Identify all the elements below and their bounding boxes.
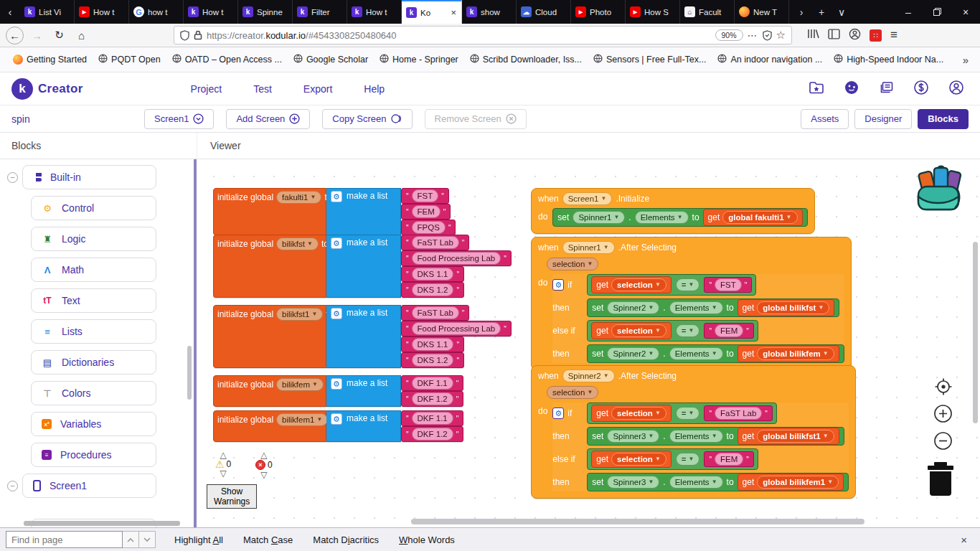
bookmark-item[interactable]: PQDT Open (93, 52, 166, 67)
component-dropdown[interactable]: Spinner2▼ (607, 301, 659, 314)
news-icon[interactable] (879, 80, 894, 98)
string-value-chip[interactable]: FPQS (412, 221, 446, 234)
make-a-list-block[interactable]: ⚙make a list (326, 375, 401, 407)
browser-tab[interactable]: Ghow t (129, 0, 184, 24)
string-block[interactable]: "FaST Lab" (704, 405, 772, 421)
initialize-global-block[interactable]: initialize globalbilikfst1▼to⚙make a lis… (213, 305, 512, 368)
string-block[interactable]: "DKS 1.2" (401, 352, 464, 368)
copy-screen-button[interactable]: Copy Screen (322, 109, 412, 129)
when-event-block[interactable]: whenSpinner1▼.After Selectingselection▼d… (531, 237, 852, 370)
string-block[interactable]: "DKF 1.2" (401, 391, 463, 407)
variable-dropdown[interactable]: selection▼ (611, 278, 666, 291)
zoom-out-icon[interactable] (933, 431, 953, 453)
compare-block[interactable]: getselection▼=▼"FEM" (587, 320, 758, 342)
string-block[interactable]: "FST" (401, 188, 449, 204)
property-dropdown[interactable]: Elements▼ (669, 301, 723, 314)
assets-button[interactable]: Assets (801, 109, 849, 129)
string-value-chip[interactable]: DKF 1.2 (412, 428, 453, 441)
get-variable-block[interactable]: getglobal bilikfem1▼ (738, 474, 844, 491)
back-icon[interactable]: ← (6, 27, 24, 44)
mutator-gear-icon[interactable]: ⚙ (552, 279, 564, 291)
string-block[interactable]: "Food Processing Lab" (401, 321, 512, 336)
initialize-global-block[interactable]: initialize globalbilikfem1▼to⚙make a lis… (213, 410, 463, 442)
projects-folder-icon[interactable] (809, 80, 824, 98)
string-value-chip[interactable]: FaST Lab (412, 306, 459, 319)
variable-dropdown[interactable]: global bilikfst1▼ (757, 430, 834, 443)
bookmark-item[interactable]: OATD – Open Access ... (166, 52, 288, 67)
zoom-level-indicator[interactable]: 90% (715, 29, 743, 41)
get-variable-block[interactable]: getglobal bilikfst▼ (738, 299, 835, 316)
component-dropdown[interactable]: Spinner2▼ (607, 347, 659, 360)
menu-item-export[interactable]: Export (303, 83, 332, 95)
string-block[interactable]: "DKS 1.2" (401, 282, 464, 298)
initialize-global-block[interactable]: initialize globalbilikfem▼to⚙make a list… (213, 375, 463, 407)
mutator-gear-icon[interactable]: ⚙ (552, 408, 564, 419)
find-next-icon[interactable] (139, 531, 156, 548)
pocket-icon[interactable] (763, 30, 772, 41)
get-variable-block[interactable]: getselection▼ (591, 451, 671, 468)
set-property-block[interactable]: setSpinner1▼.Elements▼togetglobal fakult… (552, 208, 807, 227)
sidebar-item-screen1[interactable]: Screen1 (22, 474, 156, 498)
sidebar-item-variables[interactable]: x²Variables (31, 412, 156, 436)
sidebar-item-text[interactable]: tTText (31, 288, 156, 313)
mutator-gear-icon[interactable]: ⚙ (331, 413, 342, 425)
string-value-chip[interactable]: FEM (412, 205, 440, 218)
sidebar-item-colors[interactable]: ⊤Colors (31, 381, 156, 405)
bookmark-item[interactable]: Sensors | Free Full-Tex... (588, 52, 712, 67)
event-component-dropdown[interactable]: Spinner2▼ (562, 369, 615, 382)
add-screen-button[interactable]: Add Screen (226, 109, 310, 129)
property-dropdown[interactable]: Elements▼ (635, 211, 689, 224)
get-variable-block[interactable]: getglobal bilikfem▼ (738, 345, 839, 362)
make-a-list-block[interactable]: ⚙make a list (326, 305, 401, 368)
bookmark-item[interactable]: Scribd Downloader, Iss... (464, 52, 588, 67)
string-block[interactable]: "DKF 1.1" (401, 375, 463, 391)
string-block[interactable]: "FST" (704, 277, 752, 293)
reload-icon[interactable]: ↻ (50, 27, 68, 44)
compare-block[interactable]: getselection▼=▼"FaST Lab" (587, 402, 777, 424)
collapse-icon[interactable]: − (7, 481, 18, 491)
string-value-chip[interactable]: DKS 1.2 (412, 354, 454, 367)
forward-icon[interactable]: → (28, 27, 46, 44)
account-icon[interactable] (849, 28, 861, 43)
monetization-icon[interactable] (913, 80, 929, 98)
get-variable-block[interactable]: getglobal bilikfst1▼ (738, 428, 839, 445)
sidebar-item-dictionaries[interactable]: ▤Dictionaries (31, 350, 156, 375)
viewer-vertical-scrollbar[interactable] (973, 242, 978, 423)
string-block[interactable]: "DKF 1.1" (401, 410, 463, 426)
browser-tab[interactable]: ⌂Facult (680, 0, 735, 24)
bookmark-star-icon[interactable]: ☆ (776, 29, 786, 42)
string-value-chip[interactable]: DKF 1.2 (412, 392, 453, 405)
variable-name-chip[interactable]: bilikfst▼ (276, 237, 319, 250)
string-value-chip[interactable]: DKF 1.1 (412, 412, 453, 425)
parameter-chip[interactable]: selection▼ (547, 258, 598, 270)
initialize-global-block[interactable]: initialize globalfakulti1▼to⚙make a list… (213, 188, 456, 235)
find-option[interactable]: Match Diacritics (313, 534, 379, 545)
browser-tab[interactable]: kHow t (184, 0, 238, 24)
variable-dropdown[interactable]: global bilikfst▼ (757, 301, 829, 314)
string-block[interactable]: "DKS 1.1" (401, 336, 464, 352)
string-value-chip[interactable]: FST (715, 278, 742, 291)
blocks-viewer-canvas[interactable]: △ ⚠0 ▽ △ ×0 ▽ Show Warnings (197, 159, 980, 527)
warning-down-icon[interactable]: ▽ (220, 469, 227, 478)
when-event-block[interactable]: whenScreen1▼.InitializedosetSpinner1▼.El… (531, 188, 815, 234)
palette-horizontal-scrollbar[interactable] (24, 521, 180, 526)
property-dropdown[interactable]: Elements▼ (669, 430, 723, 443)
variable-dropdown[interactable]: selection▼ (611, 324, 666, 337)
property-dropdown[interactable]: Elements▼ (669, 347, 723, 360)
string-value-chip[interactable]: FST (412, 189, 439, 202)
mutator-gear-icon[interactable]: ⚙ (331, 237, 342, 249)
string-value-chip[interactable]: FEM (715, 324, 743, 337)
sidebar-item-math[interactable]: ΛMath (31, 258, 156, 282)
zoom-in-icon[interactable] (933, 404, 953, 426)
variable-name-chip[interactable]: fakulti1▼ (276, 191, 321, 204)
collapse-icon[interactable]: − (7, 172, 18, 183)
event-component-dropdown[interactable]: Screen1▼ (562, 192, 613, 205)
tracking-shield-icon[interactable] (180, 30, 189, 41)
close-window-button[interactable]: × (951, 0, 980, 24)
component-dropdown[interactable]: Spinner1▼ (573, 211, 625, 224)
home-icon[interactable]: ⌂ (72, 27, 90, 44)
find-input[interactable] (6, 531, 123, 548)
error-up-icon[interactable]: △ (260, 451, 267, 459)
library-icon[interactable] (806, 28, 819, 42)
initialize-global-block[interactable]: initialize globalbilikfst▼to⚙make a list… (213, 235, 512, 298)
